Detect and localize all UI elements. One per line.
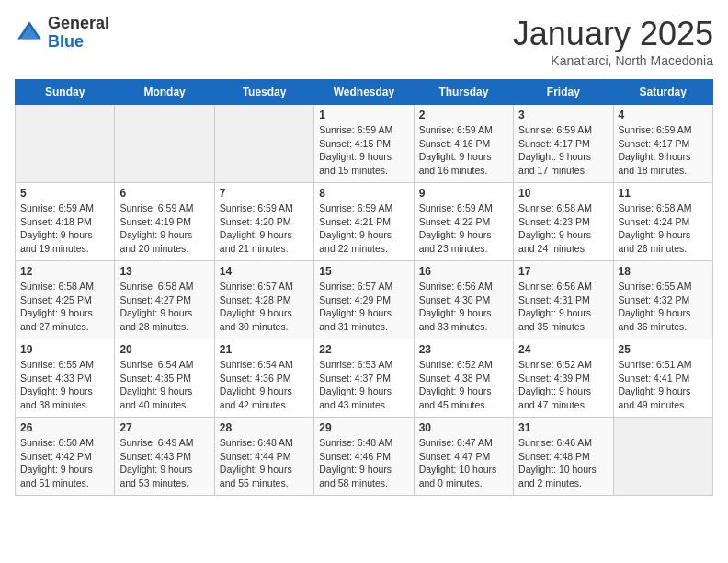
day-info: Sunrise: 6:57 AMSunset: 4:29 PMDaylight:… [319,280,408,334]
day-number: 13 [119,265,209,278]
calendar-cell: 8Sunrise: 6:59 AMSunset: 4:21 PMDaylight… [314,183,414,261]
logo-icon [15,18,44,48]
day-info: Sunrise: 6:48 AMSunset: 4:46 PMDaylight:… [319,436,408,490]
day-number: 22 [319,343,408,356]
day-number: 27 [119,421,209,434]
calendar-title: January 2025 [513,15,713,53]
day-info: Sunrise: 6:56 AMSunset: 4:30 PMDaylight:… [419,280,508,334]
calendar-cell: 17Sunrise: 6:56 AMSunset: 4:31 PMDayligh… [514,261,613,339]
day-number: 24 [518,343,608,356]
calendar-cell: 11Sunrise: 6:58 AMSunset: 4:24 PMDayligh… [613,183,712,261]
day-info: Sunrise: 6:55 AMSunset: 4:33 PMDaylight:… [20,358,109,412]
logo-general-text: General [48,15,109,33]
day-info: Sunrise: 6:59 AMSunset: 4:20 PMDaylight:… [220,201,309,256]
calendar-cell: 29Sunrise: 6:48 AMSunset: 4:46 PMDayligh… [314,418,414,496]
day-info: Sunrise: 6:55 AMSunset: 4:32 PMDaylight:… [619,280,708,334]
day-info: Sunrise: 6:53 AMSunset: 4:37 PMDaylight:… [319,358,408,412]
calendar-cell: 20Sunrise: 6:54 AMSunset: 4:35 PMDayligh… [115,339,214,418]
day-number: 19 [20,343,109,356]
title-block: January 2025 Kanatlarci, North Macedonia [513,15,713,68]
day-info: Sunrise: 6:50 AMSunset: 4:42 PMDaylight:… [20,436,109,490]
calendar-cell [16,105,115,183]
calendar-cell: 15Sunrise: 6:57 AMSunset: 4:29 PMDayligh… [314,261,414,339]
day-info: Sunrise: 6:54 AMSunset: 4:36 PMDaylight:… [220,358,309,412]
day-info: Sunrise: 6:52 AMSunset: 4:39 PMDaylight:… [518,358,608,412]
calendar-cell: 31Sunrise: 6:46 AMSunset: 4:48 PMDayligh… [514,418,613,496]
day-number: 2 [419,109,508,121]
day-number: 3 [518,109,608,121]
calendar-cell: 23Sunrise: 6:52 AMSunset: 4:38 PMDayligh… [414,339,513,418]
day-number: 11 [619,187,708,200]
logo: General Blue [15,15,109,52]
day-info: Sunrise: 6:51 AMSunset: 4:41 PMDaylight:… [619,358,708,412]
calendar-cell: 4Sunrise: 6:59 AMSunset: 4:17 PMDaylight… [613,105,712,183]
day-info: Sunrise: 6:58 AMSunset: 4:27 PMDaylight:… [119,280,209,334]
day-number: 25 [619,343,708,356]
calendar-cell: 3Sunrise: 6:59 AMSunset: 4:17 PMDaylight… [514,105,613,183]
day-info: Sunrise: 6:59 AMSunset: 4:21 PMDaylight:… [319,201,408,256]
day-info: Sunrise: 6:54 AMSunset: 4:35 PMDaylight:… [119,358,209,412]
day-number: 9 [419,187,508,200]
day-number: 26 [20,421,109,434]
calendar-cell [214,105,313,183]
calendar-cell: 25Sunrise: 6:51 AMSunset: 4:41 PMDayligh… [613,339,712,418]
calendar-cell: 9Sunrise: 6:59 AMSunset: 4:22 PMDaylight… [414,183,513,261]
day-number: 16 [419,265,508,278]
calendar-cell: 6Sunrise: 6:59 AMSunset: 4:19 PMDaylight… [115,183,214,261]
day-number: 10 [518,187,608,200]
calendar-cell: 13Sunrise: 6:58 AMSunset: 4:27 PMDayligh… [115,261,214,339]
day-info: Sunrise: 6:59 AMSunset: 4:17 PMDaylight:… [619,123,708,178]
day-number: 29 [319,421,408,434]
calendar-body: 1Sunrise: 6:59 AMSunset: 4:15 PMDaylight… [16,105,713,496]
day-of-week-tuesday: Tuesday [214,80,313,105]
calendar-cell: 24Sunrise: 6:52 AMSunset: 4:39 PMDayligh… [514,339,613,418]
calendar-cell: 26Sunrise: 6:50 AMSunset: 4:42 PMDayligh… [16,418,115,496]
calendar-cell: 19Sunrise: 6:55 AMSunset: 4:33 PMDayligh… [16,339,115,418]
week-row-1: 1Sunrise: 6:59 AMSunset: 4:15 PMDaylight… [16,105,713,183]
day-number: 1 [319,109,408,121]
day-info: Sunrise: 6:59 AMSunset: 4:17 PMDaylight:… [518,123,608,178]
week-row-4: 19Sunrise: 6:55 AMSunset: 4:33 PMDayligh… [16,339,713,418]
day-of-week-sunday: Sunday [16,80,115,105]
day-number: 28 [220,421,309,434]
day-info: Sunrise: 6:59 AMSunset: 4:22 PMDaylight:… [419,201,508,256]
calendar-cell: 22Sunrise: 6:53 AMSunset: 4:37 PMDayligh… [314,339,414,418]
day-number: 31 [518,421,608,434]
day-number: 30 [419,421,508,434]
day-number: 20 [119,343,209,356]
calendar-cell: 21Sunrise: 6:54 AMSunset: 4:36 PMDayligh… [214,339,313,418]
calendar-header: SundayMondayTuesdayWednesdayThursdayFrid… [16,80,713,105]
logo-blue-text: Blue [48,33,109,52]
calendar-cell: 10Sunrise: 6:58 AMSunset: 4:23 PMDayligh… [514,183,613,261]
day-of-week-friday: Friday [514,80,613,105]
day-info: Sunrise: 6:48 AMSunset: 4:44 PMDaylight:… [220,436,309,490]
calendar-cell: 5Sunrise: 6:59 AMSunset: 4:18 PMDaylight… [16,183,115,261]
calendar-cell: 7Sunrise: 6:59 AMSunset: 4:20 PMDaylight… [214,183,313,261]
calendar-subtitle: Kanatlarci, North Macedonia [513,53,713,68]
day-info: Sunrise: 6:58 AMSunset: 4:25 PMDaylight:… [20,280,109,334]
day-info: Sunrise: 6:58 AMSunset: 4:24 PMDaylight:… [619,201,708,256]
day-info: Sunrise: 6:46 AMSunset: 4:48 PMDaylight:… [518,436,608,490]
day-of-week-wednesday: Wednesday [314,80,414,105]
day-of-week-monday: Monday [115,80,214,105]
day-of-week-saturday: Saturday [613,80,712,105]
day-info: Sunrise: 6:56 AMSunset: 4:31 PMDaylight:… [518,280,608,334]
calendar-cell [613,418,712,496]
week-row-2: 5Sunrise: 6:59 AMSunset: 4:18 PMDaylight… [16,183,713,261]
day-info: Sunrise: 6:52 AMSunset: 4:38 PMDaylight:… [419,358,508,412]
week-row-3: 12Sunrise: 6:58 AMSunset: 4:25 PMDayligh… [16,261,713,339]
day-info: Sunrise: 6:47 AMSunset: 4:47 PMDaylight:… [419,436,508,490]
day-info: Sunrise: 6:59 AMSunset: 4:18 PMDaylight:… [20,201,109,256]
day-number: 8 [319,187,408,200]
calendar-cell: 12Sunrise: 6:58 AMSunset: 4:25 PMDayligh… [16,261,115,339]
day-number: 7 [220,187,309,200]
day-number: 14 [220,265,309,278]
day-info: Sunrise: 6:49 AMSunset: 4:43 PMDaylight:… [119,436,209,490]
calendar-cell: 2Sunrise: 6:59 AMSunset: 4:16 PMDaylight… [414,105,513,183]
day-info: Sunrise: 6:59 AMSunset: 4:19 PMDaylight:… [119,201,209,256]
day-of-week-thursday: Thursday [414,80,513,105]
calendar-cell: 30Sunrise: 6:47 AMSunset: 4:47 PMDayligh… [414,418,513,496]
day-number: 6 [119,187,209,200]
calendar-cell: 14Sunrise: 6:57 AMSunset: 4:28 PMDayligh… [214,261,313,339]
day-number: 21 [220,343,309,356]
